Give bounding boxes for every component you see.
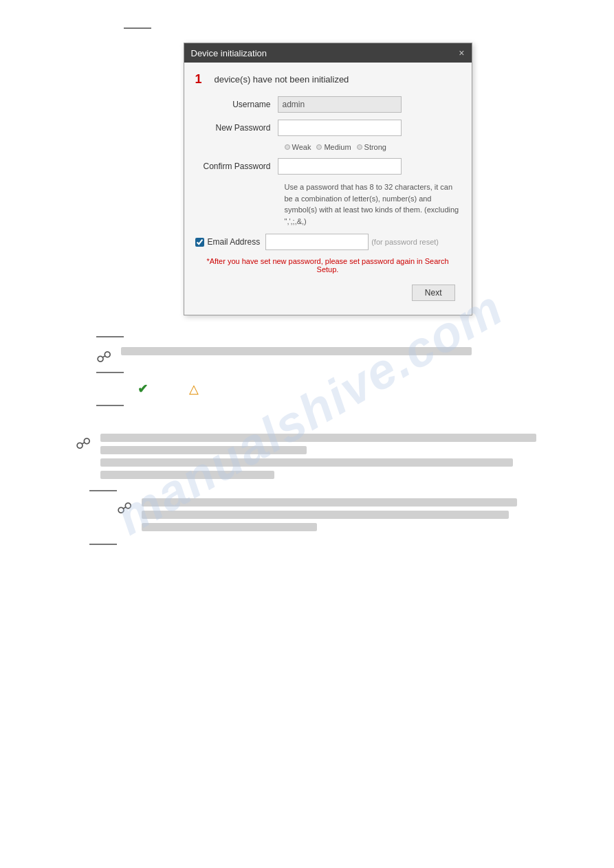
note-icon-1: ☍: [96, 348, 116, 366]
large-text-line-1: [100, 434, 536, 442]
dialog-titlebar: Device initialization ×: [184, 43, 472, 63]
note-icon-2: ☍: [117, 500, 136, 518]
confirm-password-label: Confirm Password: [195, 162, 278, 171]
confirm-password-input[interactable]: [278, 158, 402, 175]
next-button[interactable]: Next: [412, 285, 455, 301]
large-text-line-3: [100, 458, 513, 467]
medium-label: Medium: [324, 143, 351, 151]
email-hint: (for password reset): [371, 238, 439, 246]
email-row: Email Address (for password reset): [195, 234, 461, 250]
dialog-info-message: device(s) have not been initialized: [215, 74, 349, 85]
strength-strong: Strong: [357, 143, 386, 151]
device-init-dialog: Device initialization × 1 device(s) have…: [184, 43, 472, 315]
username-input[interactable]: [278, 96, 402, 113]
rule-5: [89, 544, 117, 545]
warning-icon: △: [189, 381, 199, 397]
username-label: Username: [195, 100, 278, 109]
email-label: Email Address: [208, 237, 261, 247]
dialog-wrapper: Device initialization × 1 device(s) have…: [96, 43, 559, 315]
email-input[interactable]: [265, 234, 369, 250]
confirm-password-row: Confirm Password: [195, 158, 461, 175]
spacer-1: [55, 413, 559, 427]
strong-dot: [357, 144, 362, 150]
note-section-1: ☍: [96, 347, 559, 366]
medium-dot: [316, 144, 322, 150]
rule-after-dialog: [96, 336, 124, 337]
rule-4: [89, 490, 117, 491]
username-row: Username: [195, 96, 461, 113]
page-content: Device initialization × 1 device(s) have…: [0, 0, 614, 579]
note2-line-1: [142, 498, 517, 507]
icons-row: ✔ △: [138, 381, 559, 397]
new-password-input[interactable]: [278, 120, 402, 136]
device-count: 1: [195, 72, 209, 87]
large-note-icon: ☍: [76, 435, 95, 453]
strength-medium: Medium: [316, 143, 351, 151]
large-note-section: ☍: [76, 434, 559, 483]
password-hint: Use a password that has 8 to 32 characte…: [285, 181, 461, 227]
weak-dot: [285, 144, 290, 150]
strong-label: Strong: [364, 143, 386, 151]
top-rule-1: [124, 27, 151, 29]
note-section-2: ☍: [117, 498, 559, 535]
note2-line-3: [142, 523, 317, 531]
email-checkbox[interactable]: [195, 238, 204, 247]
check-icon: ✔: [138, 381, 148, 397]
dialog-body: 1 device(s) have not been initialized Us…: [184, 63, 472, 315]
password-strength-row: Weak Medium Strong: [285, 143, 461, 151]
dialog-close-button[interactable]: ×: [459, 47, 464, 58]
strength-weak: Weak: [285, 143, 311, 151]
large-note-text: [100, 434, 559, 483]
new-password-label: New Password: [195, 123, 278, 133]
dialog-title: Device initialization: [191, 48, 267, 58]
dialog-info-row: 1 device(s) have not been initialized: [195, 72, 461, 87]
warning-message: *After you have set new password, please…: [195, 257, 461, 274]
rule-3: [96, 405, 124, 406]
large-text-line-4: [100, 471, 274, 479]
note-text-1: [121, 347, 559, 359]
new-password-row: New Password: [195, 120, 461, 136]
text-line-1-1: [121, 347, 472, 355]
rule-2: [96, 372, 124, 373]
dialog-footer: Next: [195, 280, 461, 305]
weak-label: Weak: [292, 143, 311, 151]
note-text-2: [142, 498, 559, 535]
note2-line-2: [142, 511, 509, 519]
large-text-line-2: [100, 446, 307, 454]
